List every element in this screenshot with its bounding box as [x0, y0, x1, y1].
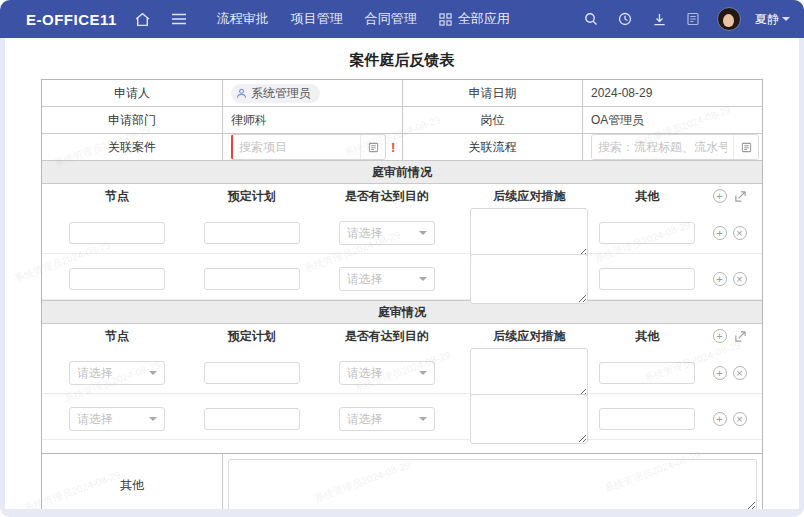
- user-menu[interactable]: 夏静: [755, 11, 790, 28]
- col-plan: 预定计划: [192, 328, 312, 345]
- add-row-icon[interactable]: +: [713, 329, 727, 343]
- node-input[interactable]: [69, 222, 165, 244]
- select-placeholder: 请选择: [347, 411, 383, 428]
- history-clock-icon[interactable]: [615, 9, 635, 29]
- info-row-related: 关联案件 ! 关联流程: [42, 134, 762, 161]
- goal-select[interactable]: 请选择: [339, 361, 435, 385]
- remove-row-icon[interactable]: ×: [733, 366, 747, 380]
- col-measures: 后续应对措施: [462, 188, 597, 205]
- chevron-down-icon: [149, 417, 157, 421]
- other-label: 其他: [42, 454, 222, 509]
- nav-item-contract-management[interactable]: 合同管理: [365, 10, 417, 28]
- add-row-icon[interactable]: +: [713, 189, 727, 203]
- info-row-department: 申请部门 律师科 岗位 OA管理员: [42, 107, 762, 134]
- node-select[interactable]: 请选择: [69, 407, 165, 431]
- goal-select[interactable]: 请选择: [339, 407, 435, 431]
- measures-textarea[interactable]: [470, 208, 588, 258]
- expand-table-icon[interactable]: [734, 330, 747, 343]
- trial-table-header: 节点 预定计划 是否有达到目的 后续应对措施 其他 +: [42, 324, 762, 348]
- position-value: OA管理员: [582, 107, 762, 133]
- document-icon[interactable]: [683, 9, 703, 29]
- position-label: 岗位: [402, 107, 582, 133]
- add-row-icon[interactable]: +: [713, 226, 727, 240]
- search-icon[interactable]: [581, 9, 601, 29]
- col-node: 节点: [42, 188, 192, 205]
- feedback-form-table: 申请人 系统管理员 申请日期 2024-08-29 申请部门 律师科 岗位: [41, 79, 763, 509]
- select-placeholder: 请选择: [347, 225, 383, 242]
- plan-input[interactable]: [204, 362, 300, 384]
- browse-case-icon[interactable]: [360, 135, 385, 159]
- col-other: 其他: [597, 188, 697, 205]
- col-other: 其他: [597, 328, 697, 345]
- plan-input[interactable]: [204, 222, 300, 244]
- measures-textarea[interactable]: [470, 254, 588, 304]
- user-avatar[interactable]: [717, 7, 741, 31]
- expand-table-icon[interactable]: [734, 190, 747, 203]
- goal-select[interactable]: 请选择: [339, 221, 435, 245]
- other-row: 其他: [42, 453, 762, 509]
- related-case-cell: !: [222, 134, 402, 160]
- plan-input[interactable]: [204, 268, 300, 290]
- node-input[interactable]: [69, 268, 165, 290]
- applicant-label: 申请人: [42, 80, 222, 106]
- related-process-cell: [582, 134, 762, 160]
- app-logo[interactable]: E-OFFICE11: [26, 11, 117, 28]
- add-row-icon[interactable]: +: [713, 272, 727, 286]
- remove-row-icon[interactable]: ×: [733, 412, 747, 426]
- chevron-down-icon: [419, 277, 427, 281]
- download-icon[interactable]: [649, 9, 669, 29]
- nav-item-all-apps[interactable]: 全部应用: [439, 10, 510, 28]
- pretrial-row-1: 请选择 + ×: [42, 208, 762, 254]
- department-label: 申请部门: [42, 107, 222, 133]
- other-input[interactable]: [599, 362, 695, 384]
- section-trial-title: 庭审情况: [42, 300, 762, 324]
- chevron-down-icon: [782, 17, 790, 21]
- table-spacer: [42, 440, 762, 453]
- main-nav: 流程审批 项目管理 合同管理 全部应用: [217, 10, 510, 28]
- other-input[interactable]: [599, 222, 695, 244]
- col-goal: 是否有达到目的: [312, 188, 462, 205]
- trial-row-2: 请选择 请选择 + ×: [42, 394, 762, 440]
- pretrial-row-2: 请选择 + ×: [42, 254, 762, 300]
- other-input[interactable]: [599, 268, 695, 290]
- required-mark: !: [391, 140, 395, 155]
- trial-row-1: 请选择 请选择 + ×: [42, 348, 762, 394]
- related-case-searchbox: [231, 134, 386, 160]
- applicant-value-cell: 系统管理员: [222, 80, 402, 106]
- select-placeholder: 请选择: [347, 271, 383, 288]
- home-icon[interactable]: [133, 9, 153, 29]
- menu-icon[interactable]: [169, 9, 189, 29]
- apps-grid-icon: [439, 12, 453, 26]
- related-case-input[interactable]: [233, 135, 360, 159]
- node-select[interactable]: 请选择: [69, 361, 165, 385]
- apply-date-label: 申请日期: [402, 80, 582, 106]
- remove-row-icon[interactable]: ×: [733, 226, 747, 240]
- plan-input[interactable]: [204, 408, 300, 430]
- goal-select[interactable]: 请选择: [339, 267, 435, 291]
- measures-textarea[interactable]: [470, 348, 588, 398]
- remove-row-icon[interactable]: ×: [733, 272, 747, 286]
- chevron-down-icon: [419, 417, 427, 421]
- browse-process-icon[interactable]: [733, 135, 758, 159]
- col-plan: 预定计划: [192, 188, 312, 205]
- measures-textarea[interactable]: [470, 394, 588, 444]
- nav-item-workflow-approval[interactable]: 流程审批: [217, 10, 269, 28]
- page-title: 案件庭后反馈表: [5, 51, 799, 70]
- user-name-label: 夏静: [755, 11, 779, 28]
- applicant-chip[interactable]: 系统管理员: [231, 84, 320, 103]
- add-row-icon[interactable]: +: [713, 412, 727, 426]
- related-process-input[interactable]: [592, 135, 733, 159]
- topbar: E-OFFICE11 流程审批 项目管理 合同管理 全部应用: [0, 0, 804, 38]
- screen: E-OFFICE11 流程审批 项目管理 合同管理 全部应用: [0, 0, 804, 517]
- all-apps-label: 全部应用: [458, 10, 510, 28]
- person-icon: [236, 88, 247, 99]
- select-placeholder: 请选择: [77, 411, 113, 428]
- other-textarea[interactable]: [228, 459, 757, 509]
- add-row-icon[interactable]: +: [713, 366, 727, 380]
- col-goal: 是否有达到目的: [312, 328, 462, 345]
- section-pretrial-title: 庭审前情况: [42, 161, 762, 184]
- nav-item-project-management[interactable]: 项目管理: [291, 10, 343, 28]
- other-input[interactable]: [599, 408, 695, 430]
- related-case-label: 关联案件: [42, 134, 222, 160]
- related-process-label: 关联流程: [402, 134, 582, 160]
